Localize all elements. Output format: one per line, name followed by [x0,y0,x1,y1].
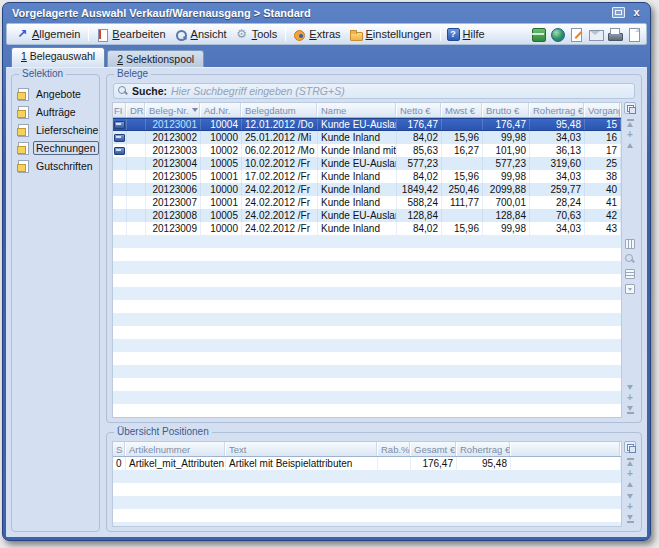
column-layout-icon[interactable] [625,239,635,249]
menu-items: Allgemein Bearbeiten Ansicht Tools [12,27,490,42]
column-header-dr[interactable]: DR [127,103,146,117]
scroll-to-top-icon[interactable] [627,119,634,127]
sidebar-item-label: Rechnungen [33,141,99,155]
selektion-groupbox: Selektion Angebote Aufträge Lieferschein… [11,74,100,532]
column-header-netto[interactable]: Netto € [397,103,442,117]
add-row-icon[interactable]: + [627,470,633,478]
menu-item[interactable] [440,27,441,41]
table-row[interactable]: 20123005 10001 17.02.2012 /Fr Kunde Inla… [113,170,621,183]
sidebar-item-label: Gutschriften [33,159,96,173]
title-bar[interactable]: Vorgelagerte Auswahl Verkauf/Warenausgan… [3,3,650,22]
column-header-mwst[interactable]: Mwst € [442,103,483,117]
edit-note-icon [95,28,109,41]
column-header-rab[interactable]: Rab.% [378,442,411,456]
sidebar-item[interactable]: Angebote [16,85,95,103]
restore-window-button[interactable] [612,7,625,18]
add-row-bottom-icon[interactable]: + [627,503,633,511]
extras-icon [292,28,306,41]
menu-item[interactable]: Einstellungen [346,27,437,42]
tab[interactable]: 2 Selektionspool [107,50,204,67]
content-area: Selektion Angebote Aufträge Lieferschein… [6,67,647,537]
column-header-fi[interactable]: FI [113,103,127,117]
scroll-to-top-icon[interactable] [627,458,634,466]
menu-item[interactable]: Tools [232,27,283,42]
column-header-text[interactable]: Text [226,442,378,456]
close-window-button[interactable]: x [630,7,643,18]
search-input[interactable]: Suche: Hier Suchbegriff eingeben (STRG+S… [113,83,635,99]
sidebar-item-label: Angebote [33,87,84,101]
menu-bar: Allgemein Bearbeiten Ansicht Tools [6,23,647,45]
menu-item[interactable]: Allgemein [12,27,85,42]
menu-item[interactable]: Ansicht [171,27,232,42]
column-chooser-icon[interactable] [624,102,636,114]
printer-icon[interactable] [607,27,622,41]
menu-item-label: Einstellungen [366,28,432,40]
column-header-name[interactable]: Name [318,103,397,117]
positionen-table-header: S Artikelnummer Text Rab.% Gesamt € Rohe… [113,442,621,457]
selektion-list: Angebote Aufträge Lieferscheine Rechnung… [16,85,95,175]
document-type-icon [17,160,29,172]
sidebar-item[interactable]: Aufträge [16,103,95,121]
add-row-icon[interactable]: + [627,131,633,139]
window-title: Vorgelagerte Auswahl Verkauf/Warenausgan… [12,7,311,19]
menu-item-label: Bearbeiten [112,28,165,40]
row-layout-icon[interactable] [625,269,635,279]
table-row[interactable]: 20123003 10002 06.02.2012 /Mo Kunde Inla… [113,144,621,157]
column-header-rohertrag[interactable]: Rohertrag € [530,103,585,117]
column-chooser-icon[interactable] [624,441,636,453]
column-header-beleg-nr[interactable]: Beleg-Nr. [146,103,201,117]
scroll-to-bottom-icon[interactable] [627,515,634,523]
app-window: Vorgelagerte Auswahl Verkauf/Warenausgan… [2,2,651,541]
position-row[interactable]: 0 Artikel_mit_Attributen Artikel mit Bei… [113,457,621,470]
filter-icon[interactable] [625,284,635,294]
scroll-up-icon[interactable] [627,482,633,487]
belege-table-header: FI DR Beleg-Nr. Ad.Nr. Belegdatum Name N… [113,103,621,118]
column-header-ad-nr[interactable]: Ad.Nr. [201,103,242,117]
table-row[interactable]: 20123004 10005 10.02.2012 /Fr Kunde EU-A… [113,157,621,170]
table-row[interactable]: 20123008 10005 24.02.2012 /Fr Kunde EU-A… [113,209,621,222]
tab-strip: 1 Belegauswahl2 Selektionspool [3,46,650,67]
zoom-icon[interactable] [625,254,635,264]
menu-item[interactable]: Bearbeiten [92,27,170,42]
column-header-belegdatum[interactable]: Belegdatum [242,103,318,117]
search-placeholder: Hier Suchbegriff eingeben (STRG+S) [171,85,345,97]
scroll-to-bottom-icon[interactable] [627,406,634,414]
column-header-vorgang[interactable]: Vorgang [585,103,621,117]
table-row[interactable]: 20123009 10000 24.02.2012 /Fr Kunde Inla… [113,222,621,235]
tabs: 1 Belegauswahl2 Selektionspool [11,47,204,67]
scroll-down-icon[interactable] [627,385,633,390]
menu-item[interactable] [88,27,89,41]
menu-item[interactable]: Hilfe [444,27,490,42]
document-edit-icon[interactable] [569,27,584,41]
column-header-gesamt[interactable]: Gesamt € [411,442,457,456]
column-header-brutto[interactable]: Brutto € [483,103,530,117]
column-header-artikelnummer[interactable]: Artikelnummer [126,442,226,456]
new-page-icon[interactable] [626,27,641,41]
column-header-s[interactable]: S [113,442,126,456]
table-row[interactable]: 20123007 10001 24.02.2012 /Fr Kunde Inla… [113,196,621,209]
tab[interactable]: 1 Belegauswahl [11,47,105,67]
table-row[interactable]: 20123001 10004 12.01.2012 /Do Kunde EU-A… [113,118,621,131]
menu-item[interactable] [285,27,286,41]
menu-item-label: Extras [309,28,340,40]
document-type-icon [17,106,29,118]
globe-icon[interactable] [550,27,565,41]
column-header-rohertrag[interactable]: Rohertrag € [457,442,511,456]
toolbar-icons [527,27,641,41]
sidebar-item[interactable]: Gutschriften [16,157,95,175]
menu-item[interactable]: Extras [289,27,345,42]
scroll-down-icon[interactable] [627,494,633,499]
belege-table: FI DR Beleg-Nr. Ad.Nr. Belegdatum Name N… [112,102,622,418]
column-header-filler [511,442,621,456]
table-row[interactable]: 20123002 10000 25.01.2012 /Mi Kunde Inla… [113,131,621,144]
selektion-legend: Selektion [19,68,66,80]
table-row[interactable]: 20123006 10000 24.02.2012 /Fr Kunde Inla… [113,183,621,196]
belege-table-rows: 20123001 10004 12.01.2012 /Do Kunde EU-A… [113,118,621,235]
sidebar-item[interactable]: Rechnungen [16,139,95,157]
sidebar-item[interactable]: Lieferscheine [16,121,95,139]
package-icon[interactable] [531,27,546,41]
add-row-bottom-icon[interactable]: + [627,394,633,402]
menu-item-label: Allgemein [32,28,80,40]
mail-icon[interactable] [588,27,603,41]
scroll-up-icon[interactable] [627,143,633,148]
